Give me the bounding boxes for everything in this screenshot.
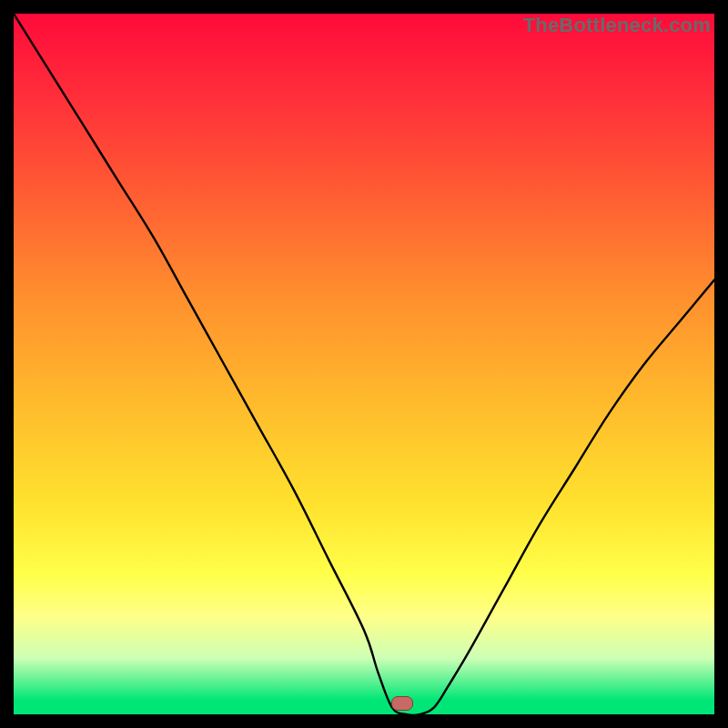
optimal-point-marker [391,696,413,711]
plot-area: TheBottleneck.com [14,14,714,714]
bottleneck-curve [14,14,714,714]
chart-frame: TheBottleneck.com [0,0,728,728]
